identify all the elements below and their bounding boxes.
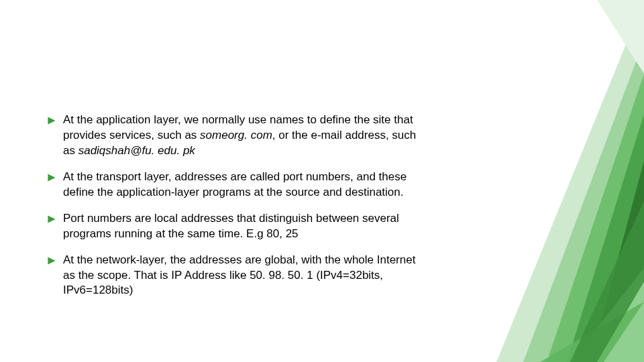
svg-marker-5 [597, 0, 644, 74]
text-run-italic: someorg. com [200, 129, 272, 141]
svg-marker-6 [570, 268, 644, 362]
bullet-text: Port numbers are local addresses that di… [63, 211, 423, 242]
svg-marker-0 [496, 0, 644, 362]
bullet-text: At the application layer, we normally us… [63, 113, 423, 159]
bullet-text: At the network-layer, the addresses are … [63, 253, 423, 299]
svg-marker-8 [570, 201, 644, 362]
bullet-arrow-icon [47, 116, 56, 125]
text-run: Port numbers are local addresses that di… [63, 212, 399, 240]
bullet-item: At the transport layer, addresses are ca… [47, 170, 423, 200]
svg-marker-4 [590, 161, 644, 362]
text-run: At the network-layer, the addresses are … [63, 253, 415, 297]
bullet-text: At the transport layer, addresses are ca… [63, 170, 423, 200]
bullet-arrow-icon [47, 215, 56, 224]
text-run: At the transport layer, addresses are ca… [63, 170, 407, 198]
decorative-triangles [396, 0, 644, 362]
bullet-arrow-icon [47, 256, 56, 265]
bullet-item: At the network-layer, the addresses are … [47, 253, 423, 299]
content-area: At the application layer, we normally us… [47, 113, 423, 309]
text-run-italic: sadiqshah@fu. edu. pk [78, 144, 195, 157]
bullet-item: At the application layer, we normally us… [47, 113, 423, 159]
svg-marker-1 [523, 40, 644, 362]
slide: At the application layer, we normally us… [0, 0, 644, 362]
svg-marker-7 [540, 302, 644, 362]
bullet-arrow-icon [47, 173, 56, 182]
svg-marker-3 [567, 114, 644, 362]
bullet-item: Port numbers are local addresses that di… [47, 211, 423, 242]
svg-marker-2 [547, 74, 644, 362]
